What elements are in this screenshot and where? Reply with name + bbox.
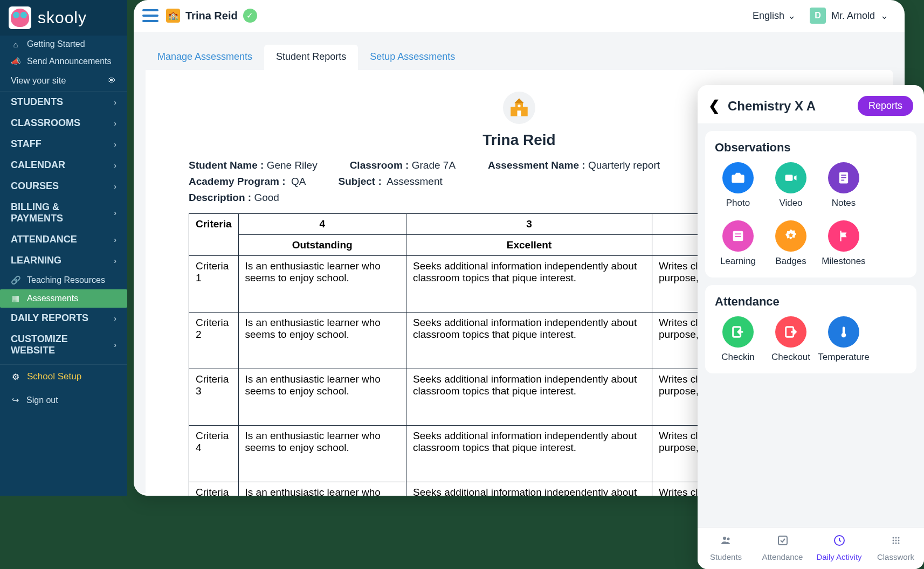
home-icon: ⌂ [11,40,20,49]
mobile-tab-students[interactable]: Students [698,528,754,569]
svg-rect-18 [778,536,787,545]
activity-checkout[interactable]: Checkout [768,316,814,363]
checkout-icon [775,316,806,348]
dots-icon [889,534,902,550]
chevron-right-icon: › [114,235,116,244]
svg-point-24 [895,540,897,542]
svg-point-25 [898,540,899,542]
cell-3: Seeks additional information independent… [406,369,652,426]
cell-3: Seeks additional information independent… [406,256,652,313]
nav-label: STUDENTS [11,96,63,108]
meta-subject: Subject : Assessment [339,176,443,188]
svg-rect-12 [735,233,741,234]
sidebar-link-send-announcements[interactable]: 📣Send Announcements [0,53,127,70]
meta-program: Academy Program : QA [189,176,306,188]
hamburger-menu-icon[interactable] [142,9,158,22]
criteria-header: Criteria [189,214,239,256]
activity-learning[interactable]: Learning [715,220,761,267]
activity-milestones[interactable]: Milestones [820,220,867,267]
camera-icon [722,162,754,193]
scale-3-label: Excellent [406,235,652,256]
people-icon [720,534,733,550]
sidebar-nav-staff[interactable]: STAFF› [0,134,127,155]
sidebar-link-getting-started[interactable]: ⌂Getting Started [0,36,127,53]
activity-badges[interactable]: Badges [768,220,814,267]
scale-3-num: 3 [406,214,652,235]
activity-label: Checkout [771,352,810,363]
observations-section: Observations PhotoVideoNotesLearningBadg… [705,131,916,277]
nav-label: DAILY REPORTS [11,313,88,324]
view-site-label: View your site [11,75,66,86]
gear-icon: ⚙ [12,372,19,382]
sidebar-link-label: Send Announcements [27,57,112,66]
mobile-tabbar: StudentsAttendanceDaily ActivityClasswor… [698,527,924,569]
mobile-tab-label: Attendance [762,552,803,561]
svg-point-28 [898,543,899,544]
mobile-tab-classwork[interactable]: Classwork [867,528,924,569]
activity-label: Video [779,198,802,209]
reports-button[interactable]: Reports [858,96,913,116]
tab-setup-assessments[interactable]: Setup Assessments [358,45,467,70]
activity-label: Photo [726,198,750,209]
user-menu[interactable]: D Mr. Arnold ⌄ [810,8,888,24]
nav-label: CUSTOMIZE WEBSITE [11,334,114,356]
activity-photo[interactable]: Photo [715,162,761,209]
badge-icon [775,220,806,252]
sub-label: Teaching Resources [27,275,105,285]
sidebar-nav-attendance[interactable]: ATTENDANCE› [0,229,127,250]
cell-3: Seeks additional information independent… [406,482,652,496]
language-selector[interactable]: English ⌄ [753,10,796,22]
thermo-icon [828,316,859,348]
sidebar-nav-learning[interactable]: LEARNING› [0,250,127,271]
verified-check-icon: ✓ [243,9,257,23]
sidebar-nav-customize-website[interactable]: CUSTOMIZE WEBSITE› [0,329,127,361]
back-chevron-icon[interactable]: ❮ [708,98,720,114]
sidebar-nav-calendar[interactable]: CALENDAR› [0,155,127,176]
link-icon: 🔗 [11,275,20,285]
school-setup[interactable]: ⚙ School Setup [0,364,127,388]
sidebar-nav-courses[interactable]: COURSES› [0,176,127,197]
mobile-tab-attendance[interactable]: Attendance [754,528,811,569]
brand-name: skooly [38,9,87,27]
sidebar-sub-assessments[interactable]: ▦Assessments [0,289,127,308]
school-chip[interactable]: 🏫 Trina Reid ✓ [166,9,257,23]
tab-student-reports[interactable]: Student Reports [264,45,358,70]
chevron-right-icon: › [114,140,116,149]
mobile-body: Observations PhotoVideoNotesLearningBadg… [698,123,924,527]
activity-notes[interactable]: Notes [820,162,867,209]
clock-icon [833,534,846,550]
sidebar-nav-students[interactable]: STUDENTS› [0,92,127,113]
sign-out[interactable]: ↪ Sign out [0,388,127,412]
sidebar-nav-billing-payments[interactable]: BILLING & PAYMENTS› [0,197,127,229]
svg-point-22 [898,537,899,539]
activity-label: Temperature [818,352,869,363]
activity-video[interactable]: Video [768,162,814,209]
chevron-down-icon: ⌄ [788,10,796,22]
activity-temperature[interactable]: Temperature [820,316,867,363]
activity-checkin[interactable]: Checkin [715,316,761,363]
cell-4: Is an enthusiastic learner who seems to … [238,256,406,313]
mobile-panel: ❮ Chemistry X A Reports Observations Pho… [698,85,924,569]
svg-point-20 [892,537,894,539]
eye-icon: 👁 [107,75,116,86]
mobile-tab-daily-activity[interactable]: Daily Activity [811,528,867,569]
nav-label: BILLING & PAYMENTS [11,202,114,224]
check-icon [776,534,789,550]
sidebar-sub-teaching-resources[interactable]: 🔗Teaching Resources [0,271,127,289]
view-your-site[interactable]: View your site 👁 [0,70,127,92]
sidebar-nav-daily-reports[interactable]: DAILY REPORTS› [0,308,127,329]
school-name: Trina Reid [185,10,238,22]
nav-label: CALENDAR [11,159,65,171]
sidebar-nav-classrooms[interactable]: CLASSROOMS› [0,113,127,134]
report-school-name: Trina Reid [482,131,555,149]
criteria-name: Criteria 2 [189,313,239,369]
tab-manage-assessments[interactable]: Manage Assessments [146,45,264,70]
svg-point-23 [892,540,894,542]
svg-point-21 [895,537,897,539]
activity-label: Milestones [822,256,865,267]
attendance-title: Attendance [715,295,907,309]
book-icon [722,220,754,252]
mobile-tab-label: Daily Activity [816,552,861,561]
meta-student: Student Name : Gene Riley [189,159,318,171]
scale-4-num: 4 [238,214,406,235]
